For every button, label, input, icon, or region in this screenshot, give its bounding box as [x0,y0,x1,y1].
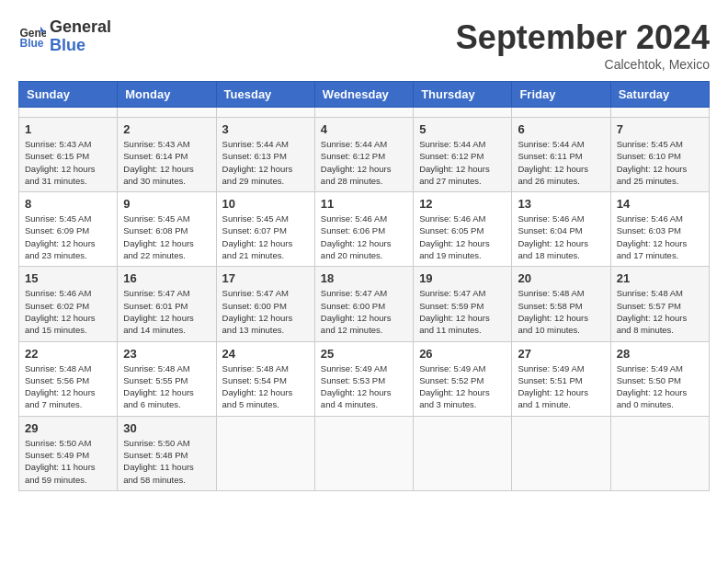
calendar-cell: 14Sunrise: 5:46 AM Sunset: 6:03 PM Dayli… [610,192,709,267]
day-number: 16 [123,271,210,285]
calendar-cell [610,416,709,490]
day-number: 29 [25,421,111,435]
calendar-cell [314,108,413,118]
day-number: 3 [222,122,309,136]
svg-text:Blue: Blue [20,36,44,49]
day-info: Sunrise: 5:44 AM Sunset: 6:12 PM Dayligh… [321,138,407,187]
day-number: 9 [123,197,210,211]
calendar-cell: 6Sunrise: 5:44 AM Sunset: 6:11 PM Daylig… [512,118,610,192]
day-info: Sunrise: 5:44 AM Sunset: 6:13 PM Dayligh… [222,138,309,187]
calendar-cell: 27Sunrise: 5:49 AM Sunset: 5:51 PM Dayli… [512,341,610,416]
calendar-cell: 3Sunrise: 5:44 AM Sunset: 6:13 PM Daylig… [216,118,314,192]
day-number: 8 [25,197,111,211]
day-info: Sunrise: 5:45 AM Sunset: 6:08 PM Dayligh… [123,213,210,261]
calendar-cell: 5Sunrise: 5:44 AM Sunset: 6:12 PM Daylig… [414,118,512,192]
day-number: 4 [321,122,407,136]
day-number: 10 [222,197,309,211]
calendar-cell: 26Sunrise: 5:49 AM Sunset: 5:52 PM Dayli… [414,341,512,416]
day-number: 25 [321,347,407,361]
calendar-cell: 1Sunrise: 5:43 AM Sunset: 6:15 PM Daylig… [19,118,118,192]
day-info: Sunrise: 5:43 AM Sunset: 6:14 PM Dayligh… [123,138,210,187]
day-info: Sunrise: 5:49 AM Sunset: 5:50 PM Dayligh… [617,362,703,411]
calendar-week-3: 15Sunrise: 5:46 AM Sunset: 6:02 PM Dayli… [19,267,710,341]
day-number: 28 [617,347,703,361]
day-info: Sunrise: 5:46 AM Sunset: 6:03 PM Dayligh… [617,213,703,261]
calendar-cell: 23Sunrise: 5:48 AM Sunset: 5:55 PM Dayli… [118,341,216,416]
day-number: 2 [123,122,210,136]
calendar-cell [19,108,118,118]
logo-line1: General [50,18,111,37]
calendar-cell: 21Sunrise: 5:48 AM Sunset: 5:57 PM Dayli… [610,267,709,341]
day-info: Sunrise: 5:47 AM Sunset: 6:00 PM Dayligh… [321,287,407,336]
day-number: 26 [419,347,506,361]
day-info: Sunrise: 5:48 AM Sunset: 5:57 PM Dayligh… [617,287,703,336]
day-number: 15 [25,271,111,285]
day-number: 1 [25,122,111,136]
logo-icon: General Blue [18,23,46,51]
day-info: Sunrise: 5:46 AM Sunset: 6:06 PM Dayligh… [321,213,407,261]
calendar-cell: 29Sunrise: 5:50 AM Sunset: 5:49 PM Dayli… [19,416,118,490]
calendar-cell [414,108,512,118]
day-info: Sunrise: 5:46 AM Sunset: 6:04 PM Dayligh… [518,213,604,261]
weekday-header-tuesday: Tuesday [216,82,314,108]
weekday-header-saturday: Saturday [610,82,709,108]
day-info: Sunrise: 5:50 AM Sunset: 5:49 PM Dayligh… [25,437,111,486]
calendar-cell: 2Sunrise: 5:43 AM Sunset: 6:14 PM Daylig… [118,118,216,192]
day-number: 24 [222,347,309,361]
day-number: 7 [617,122,703,136]
month-title: September 2024 [456,18,710,57]
calendar-week-5: 29Sunrise: 5:50 AM Sunset: 5:49 PM Dayli… [19,416,710,490]
calendar-week-0 [19,108,710,118]
day-number: 13 [518,197,604,211]
calendar-cell: 18Sunrise: 5:47 AM Sunset: 6:00 PM Dayli… [314,267,413,341]
calendar-cell: 8Sunrise: 5:45 AM Sunset: 6:09 PM Daylig… [19,192,118,267]
day-info: Sunrise: 5:46 AM Sunset: 6:02 PM Dayligh… [25,287,111,336]
day-number: 21 [617,271,703,285]
calendar-cell: 17Sunrise: 5:47 AM Sunset: 6:00 PM Dayli… [216,267,314,341]
calendar-cell: 30Sunrise: 5:50 AM Sunset: 5:48 PM Dayli… [118,416,216,490]
logo-text: General Blue [50,18,111,55]
day-number: 5 [419,122,506,136]
calendar-header-row: SundayMondayTuesdayWednesdayThursdayFrid… [19,82,710,108]
day-info: Sunrise: 5:48 AM Sunset: 5:54 PM Dayligh… [222,362,309,411]
weekday-header-monday: Monday [118,82,216,108]
day-number: 17 [222,271,309,285]
day-number: 23 [123,347,210,361]
calendar-cell: 24Sunrise: 5:48 AM Sunset: 5:54 PM Dayli… [216,341,314,416]
weekday-header-wednesday: Wednesday [314,82,413,108]
day-number: 27 [518,347,604,361]
calendar-cell [610,108,709,118]
weekday-header-sunday: Sunday [19,82,118,108]
day-info: Sunrise: 5:45 AM Sunset: 6:10 PM Dayligh… [617,138,703,187]
day-info: Sunrise: 5:48 AM Sunset: 5:58 PM Dayligh… [518,287,604,336]
page-header: General Blue General Blue September 2024… [18,18,710,72]
calendar-cell: 16Sunrise: 5:47 AM Sunset: 6:01 PM Dayli… [118,267,216,341]
calendar-cell: 4Sunrise: 5:44 AM Sunset: 6:12 PM Daylig… [314,118,413,192]
calendar-cell [118,108,216,118]
calendar-cell [216,108,314,118]
calendar-cell [314,416,413,490]
calendar-cell: 15Sunrise: 5:46 AM Sunset: 6:02 PM Dayli… [19,267,118,341]
day-info: Sunrise: 5:45 AM Sunset: 6:07 PM Dayligh… [222,213,309,261]
day-number: 11 [321,197,407,211]
calendar-cell: 12Sunrise: 5:46 AM Sunset: 6:05 PM Dayli… [414,192,512,267]
day-number: 18 [321,271,407,285]
calendar-week-2: 8Sunrise: 5:45 AM Sunset: 6:09 PM Daylig… [19,192,710,267]
day-number: 6 [518,122,604,136]
day-info: Sunrise: 5:47 AM Sunset: 6:00 PM Dayligh… [222,287,309,336]
calendar-week-4: 22Sunrise: 5:48 AM Sunset: 5:56 PM Dayli… [19,341,710,416]
calendar-cell: 7Sunrise: 5:45 AM Sunset: 6:10 PM Daylig… [610,118,709,192]
day-info: Sunrise: 5:46 AM Sunset: 6:05 PM Dayligh… [419,213,506,261]
title-block: September 2024 Calcehtok, Mexico [456,18,710,72]
day-info: Sunrise: 5:44 AM Sunset: 6:11 PM Dayligh… [518,138,604,187]
calendar-cell: 25Sunrise: 5:49 AM Sunset: 5:53 PM Dayli… [314,341,413,416]
calendar-cell: 9Sunrise: 5:45 AM Sunset: 6:08 PM Daylig… [118,192,216,267]
logo-line2: Blue [50,37,111,55]
calendar-cell [216,416,314,490]
weekday-header-friday: Friday [512,82,610,108]
weekday-header-thursday: Thursday [414,82,512,108]
day-number: 30 [123,421,210,435]
calendar-cell [512,108,610,118]
calendar-cell: 10Sunrise: 5:45 AM Sunset: 6:07 PM Dayli… [216,192,314,267]
calendar-cell [414,416,512,490]
